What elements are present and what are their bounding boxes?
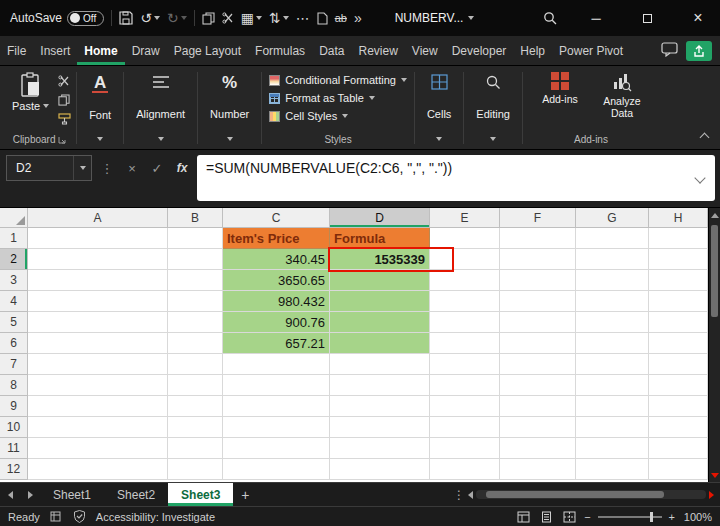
minimize-button[interactable]: ─: [574, 0, 618, 36]
col-header-G[interactable]: G: [576, 208, 649, 228]
cell-C2[interactable]: 340.45: [223, 249, 330, 270]
cell-B12[interactable]: [168, 459, 223, 480]
cell-A7[interactable]: [28, 354, 168, 375]
cell-E7[interactable]: [430, 354, 500, 375]
cell-C4[interactable]: 980.432: [223, 291, 330, 312]
cell-D5[interactable]: [330, 312, 430, 333]
tab-page-layout[interactable]: Page Layout: [167, 36, 248, 65]
alignment-group-button[interactable]: Alignment: [127, 69, 194, 147]
cell-A3[interactable]: [28, 270, 168, 291]
cell-E8[interactable]: [430, 375, 500, 396]
col-header-F[interactable]: F: [500, 208, 576, 228]
cell-G3[interactable]: [576, 270, 649, 291]
row-header-6[interactable]: 6: [0, 333, 28, 354]
cell-E5[interactable]: [430, 312, 500, 333]
redo-button[interactable]: ↻: [167, 11, 187, 25]
document-title[interactable]: NUMBERV...: [395, 11, 475, 25]
cut-button[interactable]: [222, 12, 234, 24]
tab-developer[interactable]: Developer: [445, 36, 514, 65]
cell-F9[interactable]: [500, 396, 576, 417]
tab-insert[interactable]: Insert: [33, 36, 77, 65]
comments-button[interactable]: [661, 42, 678, 60]
cell-F6[interactable]: [500, 333, 576, 354]
vertical-scroll-thumb[interactable]: [711, 225, 718, 317]
autosave-toggle[interactable]: AutoSave Off: [10, 11, 104, 26]
save-button[interactable]: [119, 11, 133, 25]
select-all-corner[interactable]: [0, 208, 28, 228]
number-group-button[interactable]: % Number: [201, 69, 258, 147]
cell-styles-button[interactable]: Cell Styles: [269, 107, 407, 125]
col-header-E[interactable]: E: [430, 208, 500, 228]
cell-A10[interactable]: [28, 417, 168, 438]
cell-G5[interactable]: [576, 312, 649, 333]
zoom-out-button[interactable]: −: [584, 511, 590, 523]
cell-C11[interactable]: [223, 438, 330, 459]
copy-button[interactable]: [202, 12, 215, 25]
cell-B11[interactable]: [168, 438, 223, 459]
col-header-D[interactable]: D: [330, 208, 430, 228]
cell-E6[interactable]: [430, 333, 500, 354]
row-header-4[interactable]: 4: [0, 291, 28, 312]
cell-B3[interactable]: [168, 270, 223, 291]
zoom-in-button[interactable]: +: [669, 511, 675, 523]
cell-E1[interactable]: [430, 228, 500, 249]
cell-A6[interactable]: [28, 333, 168, 354]
insert-function-button[interactable]: fx: [172, 155, 192, 181]
cell-E10[interactable]: [430, 417, 500, 438]
row-header-12[interactable]: 12: [0, 459, 28, 480]
cell-A2[interactable]: [28, 249, 168, 270]
cell-H9[interactable]: [649, 396, 708, 417]
row-header-2[interactable]: 2: [0, 249, 28, 270]
sheet-tab-sheet3[interactable]: Sheet3: [168, 483, 233, 506]
cell-G1[interactable]: [576, 228, 649, 249]
cell-E2[interactable]: [430, 249, 500, 270]
horizontal-scroll-thumb[interactable]: [486, 491, 664, 498]
cell-E3[interactable]: [430, 270, 500, 291]
cell-C8[interactable]: [223, 375, 330, 396]
tab-file[interactable]: File: [0, 36, 33, 65]
row-header-9[interactable]: 9: [0, 396, 28, 417]
cell-C7[interactable]: [223, 354, 330, 375]
scroll-left-icon[interactable]: [468, 491, 473, 499]
cell-G7[interactable]: [576, 354, 649, 375]
toolbar-more-button[interactable]: »: [354, 11, 362, 25]
cell-D7[interactable]: [330, 354, 430, 375]
tab-formulas[interactable]: Formulas: [248, 36, 312, 65]
search-button[interactable]: [533, 0, 567, 36]
expand-formula-bar-icon[interactable]: [694, 172, 705, 183]
sheet-nav-right-icon[interactable]: [20, 483, 40, 506]
cell-C5[interactable]: 900.76: [223, 312, 330, 333]
horizontal-scroll-track[interactable]: [476, 490, 706, 499]
cell-C1[interactable]: Item's Price: [223, 228, 330, 249]
cell-E4[interactable]: [430, 291, 500, 312]
cell-A4[interactable]: [28, 291, 168, 312]
row-header-5[interactable]: 5: [0, 312, 28, 333]
cell-D1[interactable]: Formula: [330, 228, 430, 249]
cell-D6[interactable]: [330, 333, 430, 354]
macro-record-button[interactable]: [48, 510, 64, 524]
cell-G6[interactable]: [576, 333, 649, 354]
cell-F5[interactable]: [500, 312, 576, 333]
vertical-scrollbar[interactable]: [708, 208, 720, 482]
sort-button[interactable]: ⇅: [269, 11, 289, 25]
cell-H4[interactable]: [649, 291, 708, 312]
tab-data[interactable]: Data: [312, 36, 351, 65]
scroll-up-icon[interactable]: [709, 208, 720, 222]
row-header-1[interactable]: 1: [0, 228, 28, 249]
font-group-button[interactable]: A Font: [80, 69, 120, 147]
horizontal-scrollbar[interactable]: [468, 483, 720, 506]
cell-A11[interactable]: [28, 438, 168, 459]
cell-D11[interactable]: [330, 438, 430, 459]
cell-B6[interactable]: [168, 333, 223, 354]
cell-F12[interactable]: [500, 459, 576, 480]
cell-H2[interactable]: [649, 249, 708, 270]
cell-B1[interactable]: [168, 228, 223, 249]
cell-D2[interactable]: 1535339: [330, 249, 430, 270]
cell-B7[interactable]: [168, 354, 223, 375]
cell-C6[interactable]: 657.21: [223, 333, 330, 354]
col-header-C[interactable]: C: [223, 208, 330, 228]
tab-help[interactable]: Help: [513, 36, 552, 65]
cell-D9[interactable]: [330, 396, 430, 417]
cell-H1[interactable]: [649, 228, 708, 249]
cells-group-button[interactable]: Cells: [418, 69, 460, 147]
